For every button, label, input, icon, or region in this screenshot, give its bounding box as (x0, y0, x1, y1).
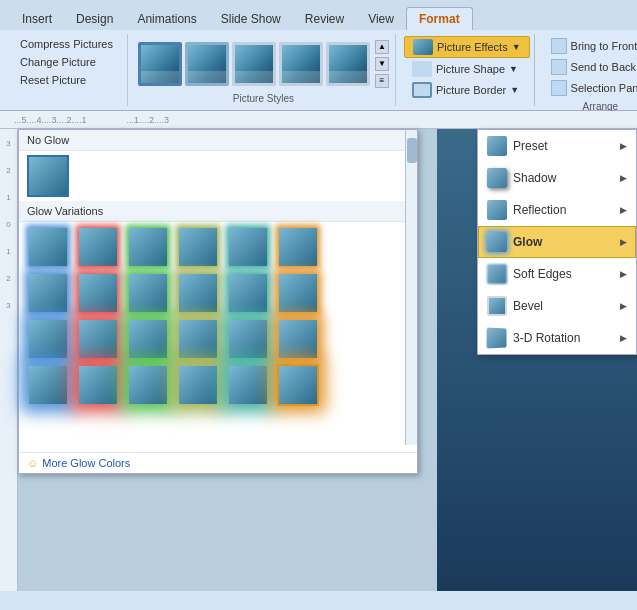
tab-insert[interactable]: Insert (10, 8, 64, 30)
glow-arrow: ▶ (620, 237, 627, 247)
glow-item[interactable] (27, 364, 69, 406)
glow-item-selected[interactable] (277, 364, 319, 406)
glow-item[interactable] (227, 272, 269, 314)
vertical-ruler: 3210123 (0, 129, 18, 591)
glow-item[interactable] (227, 318, 269, 360)
shadow-icon (487, 168, 507, 188)
tab-format[interactable]: Format (406, 7, 473, 30)
selection-pane-button[interactable]: Selection Pane (543, 78, 637, 98)
tab-view[interactable]: View (356, 8, 406, 30)
glow-item[interactable] (127, 318, 169, 360)
glow-item[interactable] (77, 364, 119, 406)
style-thumb-4[interactable] (279, 42, 323, 86)
tab-review[interactable]: Review (293, 8, 356, 30)
smiley-icon: ☺ (27, 457, 38, 469)
glow-item[interactable] (277, 272, 319, 314)
ruler: ...5....4....3....2....1 ...1....2....3 (0, 111, 637, 129)
reflection-icon (487, 200, 507, 220)
menu-item-preset[interactable]: Preset ▶ (478, 130, 636, 162)
style-thumb-5[interactable] (326, 42, 370, 86)
glow-item[interactable] (177, 272, 219, 314)
menu-item-glow[interactable]: Glow ▶ (478, 226, 636, 258)
glow-item[interactable] (177, 318, 219, 360)
preset-arrow: ▶ (620, 141, 627, 151)
compress-pictures-button[interactable]: Compress Pictures (12, 36, 121, 52)
picture-styles-section: ▲ ▼ ≡ Picture Styles (132, 34, 396, 106)
styles-scroll-down[interactable]: ▼ (375, 57, 389, 71)
bevel-arrow: ▶ (620, 301, 627, 311)
arrange-section: Bring to Front ▼ Send to Back ▼ Selectio… (539, 34, 637, 106)
glow-item[interactable] (27, 318, 69, 360)
glow-item[interactable] (77, 318, 119, 360)
picture-effects-arrow: ▼ (512, 42, 521, 52)
glow-item[interactable] (127, 272, 169, 314)
tab-animations[interactable]: Animations (125, 8, 208, 30)
glow-item[interactable] (127, 226, 169, 268)
picture-shape-arrow: ▼ (509, 64, 518, 74)
picture-shape-icon (412, 61, 432, 77)
glow-item[interactable] (177, 364, 219, 406)
soft-edges-icon (487, 264, 507, 284)
menu-item-shadow[interactable]: Shadow ▶ (478, 162, 636, 194)
scrollbar-thumb[interactable] (407, 138, 417, 163)
adjust-section: Compress Pictures Change Picture Reset P… (6, 34, 128, 106)
tab-design[interactable]: Design (64, 8, 125, 30)
send-to-back-button[interactable]: Send to Back ▼ (543, 57, 637, 77)
glow-item[interactable] (127, 364, 169, 406)
bring-to-front-button[interactable]: Bring to Front ▼ (543, 36, 637, 56)
no-glow-label: No Glow (19, 130, 417, 151)
picture-tools-section: Picture Effects ▼ Picture Shape ▼ Pictur… (400, 34, 535, 106)
glow-grid (19, 222, 417, 410)
glow-item[interactable] (27, 272, 69, 314)
glow-item[interactable] (227, 364, 269, 406)
glow-panel: No Glow Glow Variations (18, 129, 418, 474)
picture-border-arrow: ▼ (510, 85, 519, 95)
style-thumb-1[interactable] (138, 42, 182, 86)
glow-item[interactable] (77, 226, 119, 268)
picture-effects-icon (413, 39, 433, 55)
styles-expand[interactable]: ≡ (375, 74, 389, 88)
style-thumb-3[interactable] (232, 42, 276, 86)
effects-menu: Preset ▶ Shadow ▶ Reflection ▶ Glow ▶ (477, 129, 637, 355)
reflection-arrow: ▶ (620, 205, 627, 215)
3d-rotation-icon (487, 328, 507, 349)
picture-effects-button[interactable]: Picture Effects ▼ (404, 36, 530, 58)
preset-icon (487, 136, 507, 156)
glow-panel-scrollbar[interactable] (405, 130, 417, 445)
no-glow-row (19, 151, 417, 201)
bevel-icon (487, 296, 507, 316)
reset-picture-button[interactable]: Reset Picture (12, 72, 94, 88)
3d-rotation-arrow: ▶ (620, 333, 627, 343)
glow-item[interactable] (227, 226, 269, 268)
picture-styles-label: Picture Styles (233, 93, 294, 104)
picture-border-button[interactable]: Picture Border ▼ (404, 80, 530, 100)
selection-pane-icon (551, 80, 567, 96)
no-glow-thumb[interactable] (27, 155, 69, 197)
glow-item[interactable] (27, 226, 69, 268)
glow-item[interactable] (77, 272, 119, 314)
picture-border-icon (412, 82, 432, 98)
change-picture-button[interactable]: Change Picture (12, 54, 104, 70)
style-thumb-2[interactable] (185, 42, 229, 86)
glow-item[interactable] (277, 226, 319, 268)
glow-icon (487, 232, 507, 252)
more-glow-colors-button[interactable]: ☺ More Glow Colors (19, 452, 417, 473)
shadow-arrow: ▶ (620, 173, 627, 183)
soft-edges-arrow: ▶ (620, 269, 627, 279)
glow-item[interactable] (277, 318, 319, 360)
bring-to-front-icon (551, 38, 567, 54)
send-to-back-icon (551, 59, 567, 75)
tab-slideshow[interactable]: Slide Show (209, 8, 293, 30)
menu-item-bevel[interactable]: Bevel ▶ (478, 290, 636, 322)
glow-variations-label: Glow Variations (19, 201, 417, 222)
menu-item-reflection[interactable]: Reflection ▶ (478, 194, 636, 226)
styles-scroll-up[interactable]: ▲ (375, 40, 389, 54)
picture-shape-button[interactable]: Picture Shape ▼ (404, 59, 530, 79)
menu-item-soft-edges[interactable]: Soft Edges ▶ (478, 258, 636, 290)
more-glow-colors-label: More Glow Colors (42, 457, 130, 469)
menu-item-3d-rotation[interactable]: 3-D Rotation ▶ (478, 322, 636, 354)
glow-item[interactable] (177, 226, 219, 268)
